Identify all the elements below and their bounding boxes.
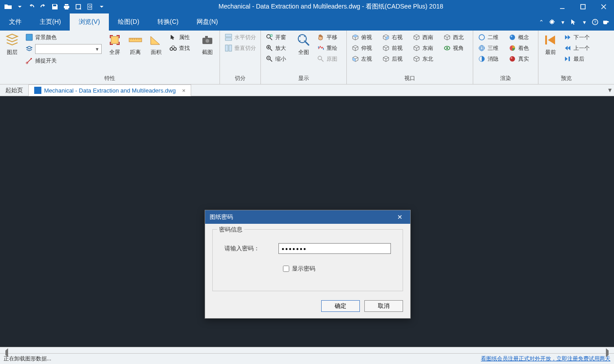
status-promo-link[interactable]: 看图纸会员注册正式对外开放，立即注册免费试用两天 <box>481 355 610 363</box>
orig-button[interactable]: 原图 <box>315 54 344 64</box>
view-left-button[interactable]: 左视 <box>350 54 378 64</box>
password-input[interactable] <box>278 243 391 254</box>
render-concept-button[interactable]: 概念 <box>506 32 535 42</box>
view-bot-button[interactable]: 仰视 <box>350 43 378 53</box>
tab-start[interactable]: 起始页 <box>0 84 28 96</box>
dwg-file-icon <box>34 87 41 94</box>
vsplit-button[interactable]: 垂直切分 <box>223 43 258 53</box>
layers-button[interactable]: 图层 <box>3 32 22 56</box>
attr-button[interactable]: 属性 <box>167 32 196 42</box>
view-se-button[interactable]: 东南 <box>411 43 439 53</box>
pan-button[interactable]: 平移 <box>315 32 344 42</box>
coffee-icon[interactable] <box>601 18 610 27</box>
bgcolor-button[interactable]: 背景颜色 <box>23 32 103 42</box>
pan-label: 平移 <box>327 34 337 41</box>
eye-icon <box>443 44 451 52</box>
menu-file[interactable]: 文件 <box>0 13 31 31</box>
open-icon[interactable] <box>4 2 13 11</box>
quick-access-toolbar <box>0 2 110 11</box>
undo-icon[interactable] <box>27 2 36 11</box>
view-front-button[interactable]: 前视 <box>380 43 409 53</box>
horizontal-scrollbar[interactable] <box>0 347 614 353</box>
dialog-titlebar[interactable]: 图纸密码 ✕ <box>205 210 410 224</box>
minimize-button[interactable] <box>552 0 573 13</box>
show-password-checkbox[interactable] <box>283 266 289 272</box>
status-message: 正在卸载图形数据... <box>4 355 51 363</box>
zoom-out-button[interactable]: 缩小 <box>264 54 292 64</box>
zoom-window-button[interactable]: 开窗 <box>264 32 292 42</box>
svg-point-32 <box>511 36 512 37</box>
mag-orig-icon <box>317 55 325 63</box>
settings-icon[interactable] <box>547 18 556 27</box>
render-3d-button[interactable]: 三维 <box>476 43 505 53</box>
menubar-right: ⌃ ▾ ▾ ? <box>537 13 614 31</box>
ok-button[interactable]: 确定 <box>321 300 360 312</box>
view-back-button[interactable]: 后视 <box>380 54 409 64</box>
zoom-in-button[interactable]: 放大 <box>264 43 292 53</box>
drawing-canvas[interactable]: 图纸密码 ✕ 密码信息 请输入密码： 显示密码 确定 取消 <box>0 96 614 347</box>
print-icon[interactable] <box>62 2 71 11</box>
ribbon-group-preview-label: 预览 <box>541 74 592 84</box>
distance-button[interactable]: 距离 <box>126 32 145 56</box>
view-sw-button[interactable]: 西南 <box>411 32 439 42</box>
view-ne-button[interactable]: 东北 <box>411 54 439 64</box>
tab-file[interactable]: Mechanical - Data Extraction and Multile… <box>28 84 191 96</box>
save-icon[interactable] <box>50 2 59 11</box>
view-nw-button[interactable]: 西北 <box>441 32 470 42</box>
menu-pan[interactable]: 网盘(N) <box>188 13 227 31</box>
hand-icon <box>317 33 325 41</box>
svg-rect-14 <box>225 34 232 37</box>
cursor-icon[interactable] <box>569 18 578 27</box>
tool-icon[interactable] <box>74 2 83 11</box>
view-angle-label: 视角 <box>453 44 464 52</box>
collapse-ribbon-icon[interactable]: ⌃ <box>537 18 546 27</box>
help-icon[interactable]: ? <box>591 18 600 27</box>
tabstrip-dropdown[interactable]: ▼ <box>606 84 614 96</box>
layer-combo[interactable]: ▼ <box>35 44 102 54</box>
preview-prev-button[interactable]: 上一个 <box>562 43 592 53</box>
fullscreen-button[interactable]: 全屏 <box>105 32 124 56</box>
view-angle-button[interactable]: 视角 <box>441 43 470 53</box>
area-button[interactable]: 面积 <box>147 32 166 56</box>
qat-more-icon[interactable] <box>97 2 106 11</box>
view-right-button[interactable]: 右视 <box>380 32 409 42</box>
render-real-button[interactable]: 真实 <box>506 54 535 64</box>
tab-close-button[interactable]: × <box>182 87 186 94</box>
find-button[interactable]: 查找 <box>167 43 196 53</box>
area-label: 面积 <box>151 49 161 56</box>
screenshot-button[interactable]: 截图 <box>198 32 217 56</box>
preview-last-button[interactable]: 最后 <box>562 54 592 64</box>
view-top-label: 俯视 <box>361 34 372 41</box>
arrow-prev-icon <box>564 44 572 52</box>
preview-first-button[interactable]: 最前 <box>541 32 560 56</box>
menu-home[interactable]: 主页(H) <box>31 13 70 31</box>
dialog-buttons: 确定 取消 <box>205 296 410 318</box>
show-password-row[interactable]: 显示密码 <box>283 265 395 273</box>
cancel-button[interactable]: 取消 <box>364 300 403 312</box>
document-tabstrip: 起始页 Mechanical - Data Extraction and Mul… <box>0 84 614 96</box>
view-top-button[interactable]: 俯视 <box>350 32 378 42</box>
redraw-button[interactable]: 重绘 <box>315 43 344 53</box>
menu-convert[interactable]: 转换(C) <box>148 13 188 31</box>
render-concept-label: 概念 <box>518 34 529 41</box>
mag-plus-icon <box>265 44 273 52</box>
dropdown2-icon[interactable]: ▾ <box>580 18 589 27</box>
render-color-button[interactable]: 着色 <box>506 43 535 53</box>
dropdown-icon[interactable]: ▾ <box>558 18 567 27</box>
render-hide-button[interactable]: 消隐 <box>476 54 505 64</box>
preview-next-button[interactable]: 下一个 <box>562 32 592 42</box>
snap-button[interactable]: 捕捉开关 <box>23 56 103 66</box>
hsplit-button[interactable]: 水平切分 <box>223 32 258 42</box>
maximize-button[interactable] <box>573 0 593 13</box>
qat-dropdown-icon[interactable] <box>15 2 24 11</box>
close-button[interactable] <box>593 0 614 13</box>
preview-first-label: 最前 <box>545 49 556 56</box>
render-2d-button[interactable]: 二维 <box>476 32 505 42</box>
menu-draw[interactable]: 绘图(D) <box>109 13 148 31</box>
arrow-next-icon <box>564 33 572 41</box>
search-doc-icon[interactable] <box>85 2 94 11</box>
redo-icon[interactable] <box>39 2 48 11</box>
menu-browse[interactable]: 浏览(V) <box>70 13 109 31</box>
dialog-close-button[interactable]: ✕ <box>394 213 406 221</box>
zoom-fit-button[interactable]: 全图 <box>294 32 313 56</box>
